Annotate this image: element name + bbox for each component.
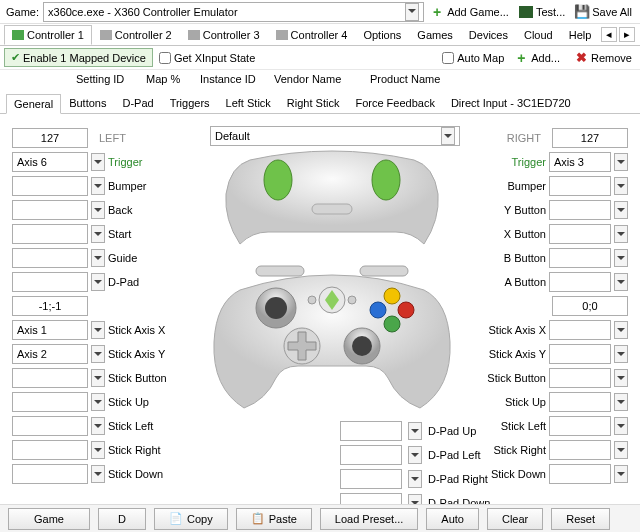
right-stick-down-combo[interactable]: [549, 464, 611, 484]
subtab-force-feedback[interactable]: Force Feedback: [347, 93, 442, 113]
right-trigger-value[interactable]: 127: [552, 128, 628, 148]
left-axis-x-combo[interactable]: Axis 1: [12, 320, 88, 340]
right-axis-y-combo[interactable]: [549, 344, 611, 364]
chevron-down-icon[interactable]: [408, 470, 422, 488]
dpad-left-combo[interactable]: [340, 445, 402, 465]
chevron-down-icon[interactable]: [614, 465, 628, 483]
tab-scroll-left[interactable]: ◂: [601, 27, 617, 42]
tab-devices[interactable]: Devices: [461, 25, 516, 45]
auto-button[interactable]: Auto: [426, 508, 479, 530]
left-stick-btn-combo[interactable]: [12, 368, 88, 388]
chevron-down-icon[interactable]: [91, 465, 105, 483]
add-game-button[interactable]: + Add Game...: [426, 3, 513, 21]
tab-controller-4[interactable]: Controller 4: [268, 25, 356, 45]
chevron-down-icon[interactable]: [91, 369, 105, 387]
dpad-combo[interactable]: [12, 272, 88, 292]
right-stick-right-combo[interactable]: [549, 440, 611, 460]
chevron-down-icon[interactable]: [408, 422, 422, 440]
get-xinput-input[interactable]: [159, 52, 171, 64]
a-button-combo[interactable]: [549, 272, 611, 292]
chevron-down-icon[interactable]: [91, 321, 105, 339]
left-stick-left-combo[interactable]: [12, 416, 88, 436]
chevron-down-icon[interactable]: [408, 446, 422, 464]
chevron-down-icon[interactable]: [91, 345, 105, 363]
chevron-down-icon[interactable]: [91, 273, 105, 291]
tab-help[interactable]: Help: [561, 25, 600, 45]
dpad-up-combo[interactable]: [340, 421, 402, 441]
chevron-down-icon[interactable]: [614, 225, 628, 243]
chevron-down-icon[interactable]: [91, 153, 105, 171]
subtab-left-stick[interactable]: Left Stick: [218, 93, 279, 113]
remove-device-button[interactable]: ✖ Remove: [570, 49, 636, 67]
left-trigger-combo[interactable]: Axis 6: [12, 152, 88, 172]
enable-devices-button[interactable]: Enable 1 Mapped Device: [4, 48, 153, 67]
chevron-down-icon[interactable]: [91, 177, 105, 195]
tab-controller-2[interactable]: Controller 2: [92, 25, 180, 45]
chevron-down-icon[interactable]: [91, 249, 105, 267]
chevron-down-icon[interactable]: [614, 441, 628, 459]
tab-scroll-right[interactable]: ▸: [619, 27, 635, 42]
dpad-right-combo[interactable]: [340, 469, 402, 489]
automap-input[interactable]: [442, 52, 454, 64]
back-combo[interactable]: [12, 200, 88, 220]
tab-cloud[interactable]: Cloud: [516, 25, 561, 45]
subtab-direct-input[interactable]: Direct Input - 3C1ED720: [443, 93, 579, 113]
chevron-down-icon[interactable]: [614, 345, 628, 363]
left-stick-down-combo[interactable]: [12, 464, 88, 484]
game-button[interactable]: Game: [8, 508, 90, 530]
chevron-down-icon[interactable]: [614, 417, 628, 435]
chevron-down-icon[interactable]: [91, 201, 105, 219]
chevron-down-icon[interactable]: [614, 369, 628, 387]
right-stick-up-combo[interactable]: [549, 392, 611, 412]
right-stick-deadzone[interactable]: 0;0: [552, 296, 628, 316]
chevron-down-icon[interactable]: [441, 127, 455, 145]
get-xinput-checkbox[interactable]: Get XInput State: [159, 52, 255, 64]
left-axis-y-combo[interactable]: Axis 2: [12, 344, 88, 364]
tab-controller-1[interactable]: Controller 1: [4, 25, 92, 45]
reset-button[interactable]: Reset: [551, 508, 610, 530]
guide-combo[interactable]: [12, 248, 88, 268]
right-stick-btn-combo[interactable]: [549, 368, 611, 388]
chevron-down-icon[interactable]: [614, 153, 628, 171]
chevron-down-icon[interactable]: [405, 3, 419, 21]
paste-button[interactable]: 📋Paste: [236, 508, 312, 530]
tab-controller-3[interactable]: Controller 3: [180, 25, 268, 45]
add-device-button[interactable]: + Add...: [510, 49, 564, 67]
chevron-down-icon[interactable]: [91, 225, 105, 243]
subtab-general[interactable]: General: [6, 94, 61, 114]
chevron-down-icon[interactable]: [614, 273, 628, 291]
chevron-down-icon[interactable]: [91, 441, 105, 459]
b-button-combo[interactable]: [549, 248, 611, 268]
save-all-button[interactable]: 💾 Save All: [571, 3, 636, 21]
subtab-triggers[interactable]: Triggers: [162, 93, 218, 113]
left-stick-up-combo[interactable]: [12, 392, 88, 412]
right-bumper-combo[interactable]: [549, 176, 611, 196]
y-button-combo[interactable]: [549, 200, 611, 220]
tab-games[interactable]: Games: [409, 25, 460, 45]
clear-button[interactable]: Clear: [487, 508, 543, 530]
chevron-down-icon[interactable]: [614, 393, 628, 411]
load-preset-button[interactable]: Load Preset...: [320, 508, 419, 530]
chevron-down-icon[interactable]: [91, 417, 105, 435]
left-bumper-combo[interactable]: [12, 176, 88, 196]
start-combo[interactable]: [12, 224, 88, 244]
subtab-buttons[interactable]: Buttons: [61, 93, 114, 113]
right-axis-x-combo[interactable]: [549, 320, 611, 340]
chevron-down-icon[interactable]: [614, 201, 628, 219]
game-combo[interactable]: x360ce.exe - X360 Controller Emulator: [43, 2, 424, 22]
x-button-combo[interactable]: [549, 224, 611, 244]
right-trigger-combo[interactable]: Axis 3: [549, 152, 611, 172]
automap-checkbox[interactable]: Auto Map: [442, 52, 504, 64]
right-stick-left-combo[interactable]: [549, 416, 611, 436]
left-stick-deadzone[interactable]: -1;-1: [12, 296, 88, 316]
chevron-down-icon[interactable]: [614, 177, 628, 195]
preset-combo[interactable]: Default: [210, 126, 460, 146]
test-button[interactable]: Test...: [515, 4, 569, 20]
chevron-down-icon[interactable]: [614, 249, 628, 267]
tab-options[interactable]: Options: [355, 25, 409, 45]
copy-button[interactable]: 📄Copy: [154, 508, 228, 530]
subtab-dpad[interactable]: D-Pad: [114, 93, 161, 113]
d-button[interactable]: D: [98, 508, 146, 530]
chevron-down-icon[interactable]: [614, 321, 628, 339]
left-stick-right-combo[interactable]: [12, 440, 88, 460]
